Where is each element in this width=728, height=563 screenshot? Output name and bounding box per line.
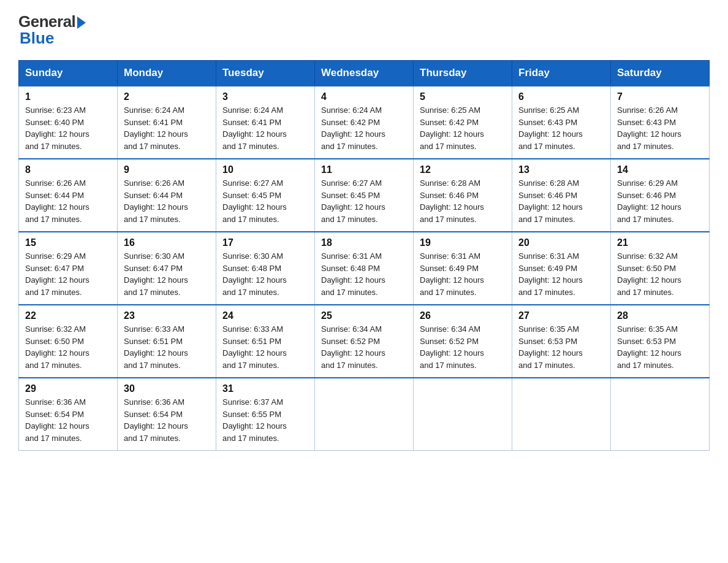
calendar-cell — [315, 378, 414, 451]
calendar-cell: 11 Sunrise: 6:27 AM Sunset: 6:45 PM Dayl… — [315, 159, 414, 232]
day-info: Sunrise: 6:24 AM Sunset: 6:42 PM Dayligh… — [321, 104, 407, 152]
day-number: 30 — [124, 383, 210, 394]
day-number: 29 — [25, 383, 111, 394]
calendar-cell: 24 Sunrise: 6:33 AM Sunset: 6:51 PM Dayl… — [216, 305, 315, 378]
calendar-week-3: 15 Sunrise: 6:29 AM Sunset: 6:47 PM Dayl… — [19, 232, 710, 305]
calendar-cell: 23 Sunrise: 6:33 AM Sunset: 6:51 PM Dayl… — [118, 305, 216, 378]
calendar-cell: 7 Sunrise: 6:26 AM Sunset: 6:43 PM Dayli… — [611, 86, 710, 159]
day-info: Sunrise: 6:33 AM Sunset: 6:51 PM Dayligh… — [222, 323, 308, 371]
calendar-cell: 30 Sunrise: 6:36 AM Sunset: 6:54 PM Dayl… — [118, 378, 216, 451]
weekday-header-wednesday: Wednesday — [315, 61, 414, 86]
calendar-cell: 28 Sunrise: 6:35 AM Sunset: 6:53 PM Dayl… — [611, 305, 710, 378]
day-info: Sunrise: 6:32 AM Sunset: 6:50 PM Dayligh… — [25, 323, 111, 371]
logo-arrow-icon — [77, 17, 86, 29]
day-number: 25 — [321, 310, 407, 321]
day-number: 18 — [321, 237, 407, 248]
day-number: 23 — [124, 310, 210, 321]
calendar-cell: 3 Sunrise: 6:24 AM Sunset: 6:41 PM Dayli… — [216, 86, 315, 159]
day-info: Sunrise: 6:36 AM Sunset: 6:54 PM Dayligh… — [124, 396, 210, 444]
day-info: Sunrise: 6:33 AM Sunset: 6:51 PM Dayligh… — [124, 323, 210, 371]
day-info: Sunrise: 6:27 AM Sunset: 6:45 PM Dayligh… — [222, 177, 308, 225]
day-info: Sunrise: 6:28 AM Sunset: 6:46 PM Dayligh… — [420, 177, 506, 225]
day-number: 24 — [222, 310, 308, 321]
day-info: Sunrise: 6:24 AM Sunset: 6:41 PM Dayligh… — [222, 104, 308, 152]
weekday-header-saturday: Saturday — [611, 61, 710, 86]
day-number: 31 — [222, 383, 308, 394]
day-info: Sunrise: 6:29 AM Sunset: 6:47 PM Dayligh… — [25, 250, 111, 298]
day-number: 14 — [617, 164, 703, 175]
calendar-week-5: 29 Sunrise: 6:36 AM Sunset: 6:54 PM Dayl… — [19, 378, 710, 451]
day-info: Sunrise: 6:30 AM Sunset: 6:48 PM Dayligh… — [222, 250, 308, 298]
day-number: 1 — [25, 91, 111, 102]
day-number: 20 — [518, 237, 604, 248]
calendar-table: SundayMondayTuesdayWednesdayThursdayFrid… — [18, 60, 710, 451]
calendar-cell: 9 Sunrise: 6:26 AM Sunset: 6:44 PM Dayli… — [118, 159, 216, 232]
day-info: Sunrise: 6:34 AM Sunset: 6:52 PM Dayligh… — [321, 323, 407, 371]
day-number: 10 — [222, 164, 308, 175]
day-info: Sunrise: 6:25 AM Sunset: 6:43 PM Dayligh… — [518, 104, 604, 152]
day-info: Sunrise: 6:31 AM Sunset: 6:49 PM Dayligh… — [420, 250, 506, 298]
day-number: 7 — [617, 91, 703, 102]
calendar-cell: 25 Sunrise: 6:34 AM Sunset: 6:52 PM Dayl… — [315, 305, 414, 378]
day-info: Sunrise: 6:26 AM Sunset: 6:43 PM Dayligh… — [617, 104, 703, 152]
day-number: 4 — [321, 91, 407, 102]
calendar-cell: 17 Sunrise: 6:30 AM Sunset: 6:48 PM Dayl… — [216, 232, 315, 305]
calendar-cell: 19 Sunrise: 6:31 AM Sunset: 6:49 PM Dayl… — [414, 232, 512, 305]
weekday-header-friday: Friday — [512, 61, 611, 86]
calendar-cell: 2 Sunrise: 6:24 AM Sunset: 6:41 PM Dayli… — [118, 86, 216, 159]
calendar-cell: 15 Sunrise: 6:29 AM Sunset: 6:47 PM Dayl… — [19, 232, 118, 305]
weekday-header-thursday: Thursday — [414, 61, 512, 86]
day-number: 11 — [321, 164, 407, 175]
calendar-week-2: 8 Sunrise: 6:26 AM Sunset: 6:44 PM Dayli… — [19, 159, 710, 232]
calendar-cell: 4 Sunrise: 6:24 AM Sunset: 6:42 PM Dayli… — [315, 86, 414, 159]
day-info: Sunrise: 6:26 AM Sunset: 6:44 PM Dayligh… — [25, 177, 111, 225]
day-info: Sunrise: 6:25 AM Sunset: 6:42 PM Dayligh… — [420, 104, 506, 152]
calendar-cell: 29 Sunrise: 6:36 AM Sunset: 6:54 PM Dayl… — [19, 378, 118, 451]
day-number: 3 — [222, 91, 308, 102]
weekday-header-sunday: Sunday — [19, 61, 118, 86]
day-number: 8 — [25, 164, 111, 175]
weekday-header-tuesday: Tuesday — [216, 61, 315, 86]
logo: General Blue — [18, 12, 86, 48]
day-info: Sunrise: 6:31 AM Sunset: 6:48 PM Dayligh… — [321, 250, 407, 298]
day-info: Sunrise: 6:23 AM Sunset: 6:40 PM Dayligh… — [25, 104, 111, 152]
day-info: Sunrise: 6:24 AM Sunset: 6:41 PM Dayligh… — [124, 104, 210, 152]
calendar-cell: 26 Sunrise: 6:34 AM Sunset: 6:52 PM Dayl… — [414, 305, 512, 378]
day-number: 12 — [420, 164, 506, 175]
calendar-cell: 21 Sunrise: 6:32 AM Sunset: 6:50 PM Dayl… — [611, 232, 710, 305]
day-number: 22 — [25, 310, 111, 321]
day-number: 6 — [518, 91, 604, 102]
calendar-cell: 13 Sunrise: 6:28 AM Sunset: 6:46 PM Dayl… — [512, 159, 611, 232]
day-info: Sunrise: 6:26 AM Sunset: 6:44 PM Dayligh… — [124, 177, 210, 225]
calendar-cell: 20 Sunrise: 6:31 AM Sunset: 6:49 PM Dayl… — [512, 232, 611, 305]
day-number: 9 — [124, 164, 210, 175]
calendar-cell: 1 Sunrise: 6:23 AM Sunset: 6:40 PM Dayli… — [19, 86, 118, 159]
day-info: Sunrise: 6:32 AM Sunset: 6:50 PM Dayligh… — [617, 250, 703, 298]
day-info: Sunrise: 6:29 AM Sunset: 6:46 PM Dayligh… — [617, 177, 703, 225]
calendar-cell: 18 Sunrise: 6:31 AM Sunset: 6:48 PM Dayl… — [315, 232, 414, 305]
day-number: 13 — [518, 164, 604, 175]
calendar-cell: 16 Sunrise: 6:30 AM Sunset: 6:47 PM Dayl… — [118, 232, 216, 305]
calendar-cell: 5 Sunrise: 6:25 AM Sunset: 6:42 PM Dayli… — [414, 86, 512, 159]
day-info: Sunrise: 6:31 AM Sunset: 6:49 PM Dayligh… — [518, 250, 604, 298]
calendar-cell: 14 Sunrise: 6:29 AM Sunset: 6:46 PM Dayl… — [611, 159, 710, 232]
day-info: Sunrise: 6:27 AM Sunset: 6:45 PM Dayligh… — [321, 177, 407, 225]
calendar-cell: 12 Sunrise: 6:28 AM Sunset: 6:46 PM Dayl… — [414, 159, 512, 232]
calendar-cell: 8 Sunrise: 6:26 AM Sunset: 6:44 PM Dayli… — [19, 159, 118, 232]
calendar-week-1: 1 Sunrise: 6:23 AM Sunset: 6:40 PM Dayli… — [19, 86, 710, 159]
day-number: 2 — [124, 91, 210, 102]
day-info: Sunrise: 6:35 AM Sunset: 6:53 PM Dayligh… — [518, 323, 604, 371]
calendar-cell: 6 Sunrise: 6:25 AM Sunset: 6:43 PM Dayli… — [512, 86, 611, 159]
day-info: Sunrise: 6:37 AM Sunset: 6:55 PM Dayligh… — [222, 396, 308, 444]
weekday-header-monday: Monday — [118, 61, 216, 86]
calendar-week-4: 22 Sunrise: 6:32 AM Sunset: 6:50 PM Dayl… — [19, 305, 710, 378]
day-info: Sunrise: 6:28 AM Sunset: 6:46 PM Dayligh… — [518, 177, 604, 225]
day-number: 5 — [420, 91, 506, 102]
calendar-cell — [611, 378, 710, 451]
calendar-cell — [512, 378, 611, 451]
calendar-cell: 22 Sunrise: 6:32 AM Sunset: 6:50 PM Dayl… — [19, 305, 118, 378]
day-number: 17 — [222, 237, 308, 248]
day-number: 27 — [518, 310, 604, 321]
day-info: Sunrise: 6:34 AM Sunset: 6:52 PM Dayligh… — [420, 323, 506, 371]
page-header: General Blue — [18, 12, 710, 48]
